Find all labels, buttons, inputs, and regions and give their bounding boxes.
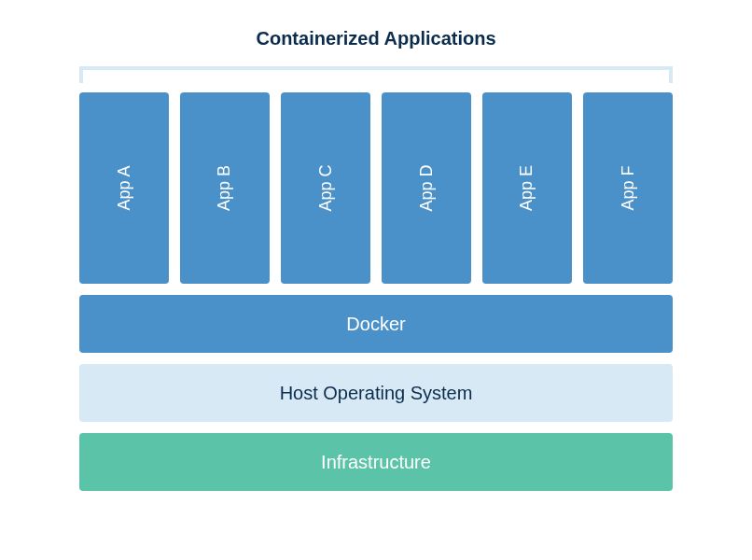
- app-label: App E: [517, 165, 536, 211]
- app-label: App B: [215, 165, 234, 211]
- grouping-bracket: [79, 66, 673, 83]
- app-box-e: App E: [482, 92, 572, 284]
- app-label: App C: [316, 164, 336, 211]
- app-box-b: App B: [180, 92, 270, 284]
- diagram-title: Containerized Applications: [256, 28, 495, 49]
- app-label: App D: [417, 164, 437, 211]
- applications-row: App A App B App C App D App E App F: [79, 92, 673, 284]
- app-label: App F: [619, 165, 638, 210]
- host-os-layer: Host Operating System: [79, 364, 673, 422]
- app-box-c: App C: [281, 92, 370, 284]
- docker-layer: Docker: [79, 295, 673, 353]
- app-box-a: App A: [79, 92, 169, 284]
- app-box-f: App F: [583, 92, 673, 284]
- app-box-d: App D: [382, 92, 471, 284]
- infrastructure-layer: Infrastructure: [79, 433, 673, 491]
- app-label: App A: [114, 165, 133, 210]
